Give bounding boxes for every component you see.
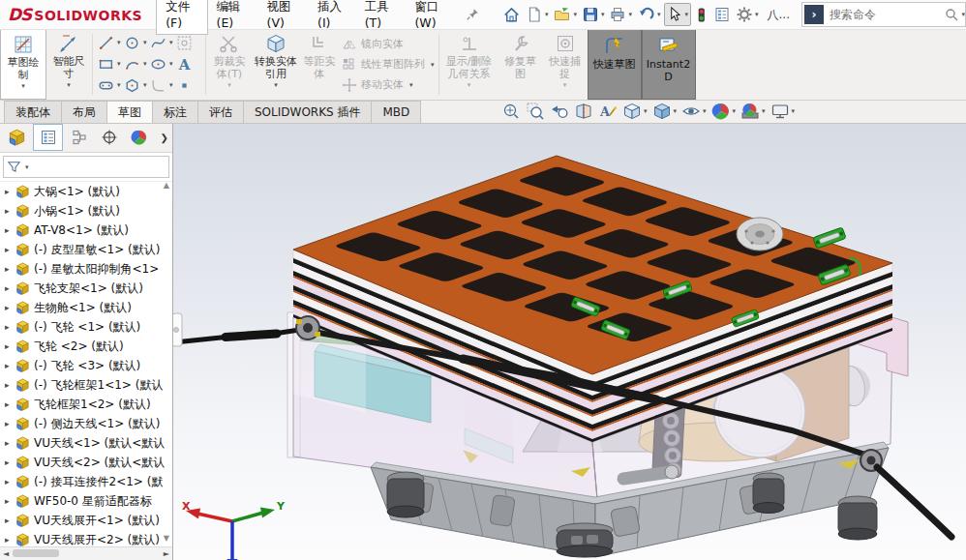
tab-addins[interactable]: SOLIDWORKS 插件 [243,101,372,123]
repair-sketch-button[interactable]: 修复草图 [498,29,543,100]
display-style-button[interactable]: ▾ [652,102,678,121]
tree-item[interactable]: ▸飞轮 <2> (默认) [0,337,170,356]
tree-item[interactable]: ▸(-) 星敏太阳抑制角<1> [0,259,170,279]
tab-assembly[interactable]: 装配体 [4,101,62,123]
tree-item[interactable]: ▸飞轮支架<1> (默认) [0,279,170,298]
model-3d-view[interactable]: X Y Z [172,123,966,560]
tab-layout[interactable]: 布局 [61,101,107,123]
tree-item[interactable]: ▸(-) 侧边天线<1> (默认) [0,414,170,433]
hide-show-items-button[interactable]: ▾ [681,102,707,121]
expand-arrow-icon[interactable]: ▸ [5,457,15,467]
undo-button[interactable]: ▾ [635,4,663,25]
expand-arrow-icon[interactable]: ▸ [5,283,15,293]
expand-arrow-icon[interactable]: ▸ [5,245,15,254]
smart-dimension-button[interactable]: 智能尺寸 ▾ [46,29,91,100]
panel-expand-chevron[interactable]: ❯ [157,133,172,143]
graphics-area[interactable]: X Y Z [172,123,966,560]
arc-tool[interactable]: ▾ [124,53,150,74]
mirror-entities-button[interactable]: 镜向实体 [342,34,435,54]
expand-arrow-icon[interactable]: ▸ [5,516,15,525]
expand-arrow-icon[interactable]: ▸ [5,438,15,448]
tab-evaluate[interactable]: 评估 [197,101,244,123]
menu-insert[interactable]: 插入(I) [309,0,356,34]
expand-arrow-icon[interactable]: ▸ [5,187,15,196]
tree-item[interactable]: ▸大锅<1> (默认) [0,182,170,201]
expand-arrow-icon[interactable]: ▸ [5,225,15,235]
display-manager-tab[interactable] [125,125,153,150]
tree-item[interactable]: ▸VU天线展开<1> (默认) [0,511,170,530]
trim-entities-button[interactable]: 剪裁实体(T) ▾ [207,29,252,100]
tree-item[interactable]: ▸AT-V8<1> (默认) [0,221,170,240]
feature-manager-tab[interactable] [3,125,31,150]
property-manager-tab[interactable] [33,124,63,151]
tree-item[interactable]: ▸(-) 皮型星敏<1> (默认) [0,240,170,259]
tree-item[interactable]: ▸小锅<1> (默认) [0,201,170,221]
menu-tools[interactable]: 工具(T) [356,0,407,34]
dimxpert-tab[interactable] [95,125,123,150]
expand-arrow-icon[interactable]: ▸ [5,380,15,390]
slot-tool[interactable]: ▾ [98,74,124,96]
tree-scroll-down-arrow[interactable]: ▼ [164,534,169,543]
section-view-button[interactable] [574,102,593,121]
search-scope-icon[interactable]: › [804,5,824,24]
new-document-button[interactable]: ▾ [524,4,551,25]
previous-view-button[interactable] [550,102,569,121]
tree-scroll-up-arrow[interactable]: ▲ [164,181,169,190]
circle-tool[interactable]: ▾ [124,32,150,53]
scrollbar-thumb[interactable] [13,549,59,557]
instant2d-button[interactable]: Instant2D [642,29,696,100]
tab-markup[interactable]: 标注 [152,101,198,123]
zoom-area-button[interactable] [526,102,545,121]
linear-pattern-button[interactable]: 线性草图阵列▾ [342,54,435,74]
menu-file[interactable]: 文件(F) [156,0,207,35]
expand-arrow-icon[interactable]: ▸ [5,419,15,428]
tree-item[interactable]: ▸(-) 接耳连接件2<1> (默 [0,472,170,491]
zoom-fit-button[interactable] [501,102,521,121]
tree-item[interactable]: ▸飞轮框架1<2> (默认) [0,395,170,414]
menu-view[interactable]: 视图(V) [258,0,310,34]
search-icon[interactable] [944,7,959,22]
sketch-button[interactable]: 草图绘制 ▾ [0,29,46,100]
configuration-manager-tab[interactable] [65,125,93,150]
quick-snaps-button[interactable]: 快速捕捉 ▾ [543,29,588,100]
tab-mbd[interactable]: MBD [371,101,421,123]
tree-item[interactable]: ▸VU天线展开<2> (默认) [0,530,170,546]
view-settings-button[interactable]: ▾ [770,102,796,121]
tree-item[interactable]: ▸生物舱<1> (默认) [0,298,170,317]
spline-tool[interactable]: ▾ [150,32,176,53]
rapid-sketch-button[interactable]: 快速草图 [588,29,642,100]
expand-arrow-icon[interactable]: ▸ [5,206,15,216]
expand-arrow-icon[interactable]: ▸ [5,264,15,274]
save-button[interactable]: ▾ [580,4,607,25]
menu-edit[interactable]: 编辑(E) [208,0,258,34]
print-button[interactable]: ▾ [607,4,634,25]
sketch-picture-tool[interactable] [176,32,202,53]
expand-arrow-icon[interactable]: ▸ [5,535,15,545]
tree-item[interactable]: ▸(-) 飞轮 <3> (默认) [0,356,170,375]
polygon-tool[interactable]: ▾ [124,74,150,96]
fillet-tool[interactable]: ▾ [150,74,176,96]
tree-item[interactable]: ▸VU天线<1> (默认<默认 [0,433,170,453]
point-tool[interactable] [176,74,202,96]
apply-scene-button[interactable]: ▾ [740,102,766,121]
scroll-left-arrow[interactable]: ◄ [3,549,9,558]
move-entities-button[interactable]: 移动实体▾ [342,74,435,95]
expand-arrow-icon[interactable]: ▸ [5,303,15,312]
pin-menu-icon[interactable] [466,8,479,21]
rebuild-button[interactable] [692,4,710,26]
tree-item[interactable]: ▸(-) 飞轮框架1<1> (默认 [0,375,170,395]
menu-window[interactable]: 窗口(W) [406,0,460,34]
tree-item[interactable]: ▸WF50-0 星箭适配器标 [0,491,170,511]
text-tool[interactable]: A [176,53,202,74]
expand-arrow-icon[interactable]: ▸ [5,341,15,351]
select-tool-button[interactable]: ▾ [664,3,692,26]
edit-appearance-button[interactable]: ▾ [711,102,737,121]
tree-filter-input[interactable]: ▾ [3,156,169,178]
annotations-button[interactable]: A [598,102,618,121]
search-input[interactable] [828,7,944,22]
offset-entities-button[interactable]: 等距实体 [300,29,339,100]
tree-item[interactable]: ▸VU天线<2> (默认<默认 [0,453,170,472]
expand-arrow-icon[interactable]: ▸ [5,496,15,506]
task-pane-button[interactable] [711,4,733,25]
open-button[interactable]: ▾ [551,4,579,25]
